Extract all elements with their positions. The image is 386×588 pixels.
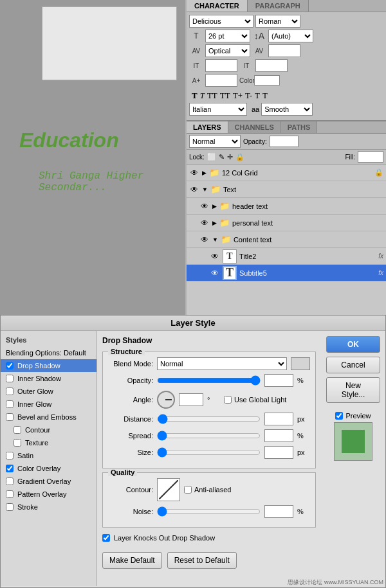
fill-input[interactable]: 100% [358, 151, 383, 163]
leading-select[interactable]: (Auto) [268, 30, 313, 42]
tt6-btn[interactable]: T [262, 91, 268, 101]
tab-character[interactable]: CHARACTER [187, 0, 248, 12]
expand-icon[interactable]: ▼ [212, 236, 218, 243]
expand-icon[interactable]: ▶ [212, 220, 217, 226]
color-overlay-item[interactable]: Color Overlay [1, 462, 96, 475]
scale-h-input[interactable]: 100% [205, 59, 237, 72]
shadow-color-swatch[interactable] [291, 357, 310, 370]
layer-eye-icon[interactable]: 👁 [189, 168, 199, 177]
lock-all-icon[interactable]: 🔒 [235, 153, 244, 161]
global-light-checkbox[interactable] [224, 396, 232, 404]
tt2-btn[interactable]: TT [220, 91, 230, 101]
contour-picker[interactable] [157, 478, 180, 501]
contour-item[interactable]: Contour [1, 423, 96, 436]
angle-dial[interactable] [157, 391, 175, 409]
angle-input[interactable]: 90 [179, 393, 203, 406]
scale-v-input[interactable]: 100% [255, 59, 288, 72]
preview-checkbox[interactable] [335, 412, 343, 420]
layer-item[interactable]: 👁 ▼ 📁 Text [187, 181, 386, 198]
anti-alias-checkbox[interactable] [184, 486, 192, 494]
spread-input[interactable]: 0 [264, 429, 293, 442]
font-size-select[interactable]: 26 pt [205, 30, 250, 42]
layer-eye-icon[interactable]: 👁 [199, 235, 210, 244]
baseline-input[interactable]: 0 pt [205, 74, 237, 87]
kerning-select[interactable]: Optical [205, 44, 250, 57]
layer-eye-icon[interactable]: 👁 [199, 202, 210, 211]
outer-glow-checkbox[interactable] [6, 388, 14, 395]
ok-button[interactable]: OK [326, 336, 380, 353]
layer-eye-icon[interactable]: 👁 [210, 252, 220, 261]
stroke-item[interactable]: Stroke [1, 501, 96, 513]
blend-mode-select[interactable]: Normal [189, 135, 241, 148]
opacity-input[interactable]: 100 [264, 374, 293, 387]
layer-eye-icon[interactable]: 👁 [189, 185, 199, 194]
tab-paragraph[interactable]: PARAGRAPH [248, 0, 309, 12]
layer-item[interactable]: 👁 ▶ 📁 12 Col Grid 🔒 [187, 165, 386, 181]
reset-default-button[interactable]: Reset to Default [167, 552, 237, 569]
texture-item[interactable]: Texture [1, 436, 96, 449]
tt5-btn[interactable]: T [255, 91, 260, 101]
tab-layers[interactable]: LAYERS [187, 121, 228, 133]
contour-checkbox[interactable] [14, 426, 21, 434]
distance-slider[interactable] [157, 414, 261, 423]
layer-knocks-checkbox[interactable] [102, 534, 110, 542]
satin-item[interactable]: Satin [1, 449, 96, 462]
distance-input[interactable]: 2 [264, 413, 293, 425]
layer-eye-icon[interactable]: 👁 [210, 269, 220, 278]
blend-mode-select[interactable]: Normal [157, 357, 287, 370]
drop-shadow-item[interactable]: Drop Shadow [1, 359, 96, 372]
size-slider[interactable] [157, 448, 261, 457]
color-swatch[interactable] [254, 75, 280, 85]
layer-eye-icon[interactable]: 👁 [199, 218, 210, 227]
smoothing-select[interactable]: Smooth [261, 103, 313, 116]
expand-icon[interactable]: ▼ [202, 186, 208, 193]
drop-shadow-checkbox[interactable] [6, 362, 14, 370]
lock-pixels-icon[interactable]: ✎ [219, 153, 225, 161]
noise-input[interactable]: 0 [264, 505, 293, 518]
language-select[interactable]: Italian [189, 103, 247, 116]
gradient-overlay-checkbox[interactable] [6, 477, 14, 485]
tab-channels[interactable]: CHANNELS [228, 121, 281, 133]
noise-slider[interactable] [157, 507, 261, 516]
italic-btn[interactable]: T [200, 91, 205, 101]
inner-glow-checkbox[interactable] [6, 400, 14, 408]
pattern-overlay-checkbox[interactable] [6, 490, 14, 498]
tab-paths[interactable]: PATHS [281, 121, 318, 133]
tt3-btn[interactable]: T+ [233, 91, 243, 101]
tracking-input[interactable]: -50 [268, 44, 300, 57]
lock-transparent-icon[interactable]: ⬜ [207, 153, 216, 161]
inner-shadow-checkbox[interactable] [6, 375, 14, 382]
bevel-emboss-checkbox[interactable] [6, 413, 14, 421]
pattern-overlay-item[interactable]: Pattern Overlay [1, 488, 96, 501]
size-input[interactable]: 0 [264, 446, 293, 459]
stroke-checkbox[interactable] [6, 503, 14, 511]
font-family-select[interactable]: Delicious [189, 15, 253, 28]
opacity-slider[interactable] [157, 376, 261, 385]
lock-position-icon[interactable]: ✛ [227, 153, 233, 161]
outer-glow-item[interactable]: Outer Glow [1, 385, 96, 398]
new-style-button[interactable]: New Style... [326, 377, 380, 403]
expand-icon[interactable]: ▶ [212, 203, 217, 209]
font-style-select[interactable]: Roman [255, 15, 300, 28]
layer-item[interactable]: 👁 ▼ 📁 Content text [187, 231, 386, 248]
layer-item[interactable]: 👁 ▶ 📁 header text [187, 198, 386, 215]
tt4-btn[interactable]: T- [245, 91, 252, 101]
spread-slider[interactable] [157, 431, 261, 440]
inner-shadow-item[interactable]: Inner Shadow [1, 372, 96, 385]
inner-glow-item[interactable]: Inner Glow [1, 398, 96, 411]
layer-item[interactable]: 👁 T Title2 fx [187, 248, 386, 265]
make-default-button[interactable]: Make Default [102, 552, 162, 569]
layer-item-selected[interactable]: 👁 T Subtitle5 fx [187, 265, 386, 281]
blending-options-item[interactable]: Blending Options: Default [1, 346, 96, 359]
bevel-emboss-item[interactable]: Bevel and Emboss [1, 411, 96, 423]
texture-checkbox[interactable] [14, 439, 21, 447]
gradient-overlay-item[interactable]: Gradient Overlay [1, 475, 96, 488]
bold-btn[interactable]: T [192, 91, 198, 101]
satin-checkbox[interactable] [6, 452, 14, 459]
opacity-input[interactable]: 100% [270, 136, 299, 147]
tt1-btn[interactable]: TT [207, 91, 217, 101]
layer-item[interactable]: 👁 ▶ 📁 personal text [187, 215, 386, 231]
color-overlay-checkbox[interactable] [6, 465, 14, 472]
expand-icon[interactable]: ▶ [202, 170, 207, 176]
cancel-button[interactable]: Cancel [326, 357, 380, 373]
